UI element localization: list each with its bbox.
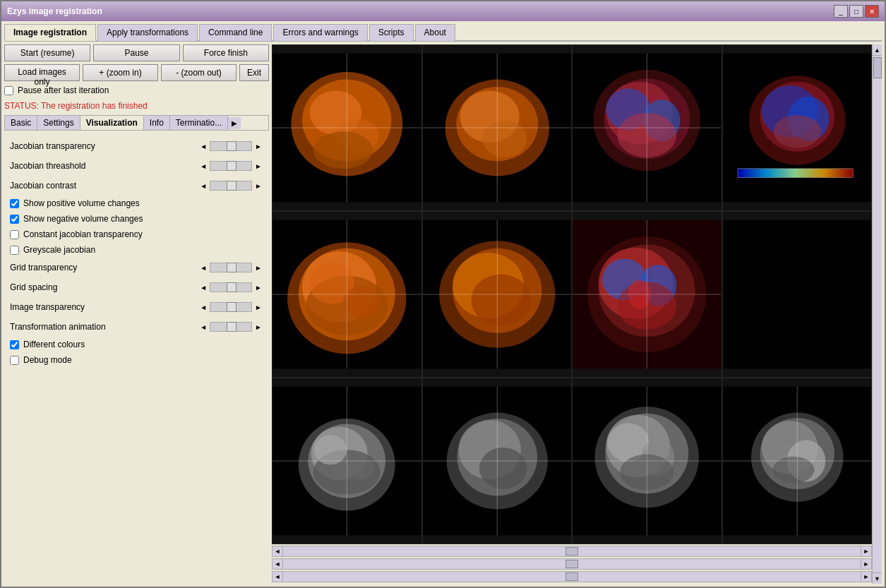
tab-image-registration[interactable]: Image registration: [4, 24, 96, 41]
jacobian-contrast-slider[interactable]: ◄ ►: [198, 181, 263, 191]
slider-right-arrow[interactable]: ►: [253, 302, 263, 313]
slider-left-arrow[interactable]: ◄: [198, 282, 208, 293]
slider-left-arrow[interactable]: ◄: [198, 181, 208, 191]
hscroll-left-1[interactable]: ◄: [272, 546, 283, 557]
slider-thumb[interactable]: [227, 161, 237, 171]
brain-cell-4: [722, 44, 873, 211]
tab-command-line[interactable]: Command line: [199, 24, 272, 41]
grid-transparency-slider[interactable]: ◄ ►: [198, 263, 263, 273]
zoom-in-button[interactable]: + (zoom in): [83, 64, 158, 81]
slider-thumb[interactable]: [227, 141, 237, 151]
jacobian-threshold-slider[interactable]: ◄ ►: [198, 161, 263, 172]
window-body: Image registration Apply transformations…: [1, 21, 885, 587]
slider-track[interactable]: [210, 141, 252, 151]
start-resume-button[interactable]: Start (resume): [4, 44, 90, 61]
slider-track[interactable]: [210, 322, 252, 332]
hscroll-track-2[interactable]: [283, 558, 861, 570]
hscroll-right-3[interactable]: ►: [861, 571, 872, 582]
slider-track[interactable]: [210, 282, 252, 292]
slider-track[interactable]: [210, 181, 252, 191]
slider-left-arrow[interactable]: ◄: [198, 161, 208, 172]
hscroll-left-2[interactable]: ◄: [272, 558, 283, 570]
constant-jacobian-checkbox[interactable]: [10, 230, 19, 239]
vscroll-thumb[interactable]: [873, 57, 882, 78]
slider-left-arrow[interactable]: ◄: [198, 141, 208, 152]
sub-tab-termination[interactable]: Terminatio...: [170, 116, 228, 130]
hscroll-right-1[interactable]: ►: [861, 546, 872, 557]
sub-tab-basic[interactable]: Basic: [5, 116, 37, 130]
show-positive-checkbox[interactable]: [10, 199, 19, 208]
load-images-button[interactable]: Load images only: [4, 64, 80, 81]
slider-left-arrow[interactable]: ◄: [198, 263, 208, 273]
slider-right-arrow[interactable]: ►: [253, 141, 263, 152]
exit-button[interactable]: Exit: [239, 64, 269, 81]
pause-button[interactable]: Pause: [93, 44, 179, 61]
greyscale-jacobian-checkbox[interactable]: [10, 246, 19, 255]
slider-track[interactable]: [210, 161, 252, 171]
constant-jacobian-label: Constant jacobian transparency: [23, 229, 143, 239]
sub-tab-info[interactable]: Info: [144, 116, 170, 130]
vertical-scrollbar[interactable]: ▲ ▼: [872, 44, 882, 584]
slider-thumb[interactable]: [227, 181, 237, 191]
tab-about[interactable]: About: [415, 24, 455, 41]
vscroll-down-arrow[interactable]: ▼: [873, 572, 882, 584]
tab-errors-warnings[interactable]: Errors and warnings: [273, 24, 367, 41]
slider-track[interactable]: [210, 263, 252, 272]
image-transparency-row: Image transparency ◄ ►: [4, 297, 269, 317]
slider-thumb[interactable]: [227, 302, 237, 312]
slider-left-arrow[interactable]: ◄: [198, 302, 208, 313]
show-negative-checkbox[interactable]: [10, 215, 19, 224]
transformation-animation-slider[interactable]: ◄ ►: [198, 322, 263, 332]
slider-thumb[interactable]: [227, 322, 237, 332]
hscroll-track-1[interactable]: [283, 546, 861, 557]
pause-after-row: Pause after last iteration: [4, 84, 269, 97]
debug-mode-label: Debug mode: [23, 355, 72, 365]
debug-mode-checkbox[interactable]: [10, 356, 19, 365]
show-negative-label: Show negative volume changes: [23, 214, 143, 224]
slider-left-arrow[interactable]: ◄: [198, 322, 208, 332]
maximize-button[interactable]: □: [849, 5, 863, 18]
close-button[interactable]: ✕: [865, 5, 879, 18]
tab-scripts[interactable]: Scripts: [369, 24, 414, 41]
brain-cell-9: [272, 378, 422, 544]
pause-after-label: Pause after last iteration: [18, 85, 109, 95]
greyscale-jacobian-label: Greyscale jacobian: [23, 245, 95, 255]
slider-thumb[interactable]: [227, 263, 237, 272]
different-colours-checkbox[interactable]: [10, 340, 19, 349]
bottom-scrollbars: ◄ ► ◄ ►: [272, 544, 872, 584]
jacobian-threshold-label: Jacobian threashold: [10, 161, 193, 171]
slider-right-arrow[interactable]: ►: [253, 181, 263, 191]
tab-apply-transformations[interactable]: Apply transformations: [97, 24, 198, 41]
grid-spacing-slider[interactable]: ◄ ►: [198, 282, 263, 293]
minimize-button[interactable]: _: [834, 5, 848, 18]
sub-tab-scroll-arrow[interactable]: ▶: [228, 117, 241, 129]
content-area: Start (resume) Pause Force finish Load i…: [4, 44, 882, 584]
brain-cell-1: [272, 44, 422, 211]
slider-right-arrow[interactable]: ►: [253, 263, 263, 273]
hscroll-right-2[interactable]: ►: [861, 558, 872, 570]
title-bar: Ezys image registration _ □ ✕: [1, 1, 885, 21]
force-finish-button[interactable]: Force finish: [183, 44, 269, 61]
slider-right-arrow[interactable]: ►: [253, 282, 263, 293]
status-text: STATUS: The registration has finished: [4, 100, 269, 112]
hscroll-left-3[interactable]: ◄: [272, 571, 283, 582]
hscroll-track-3[interactable]: [283, 571, 861, 582]
jacobian-transparency-row: Jacobian transparency ◄ ►: [4, 136, 269, 156]
hscroll-row-1: ◄ ►: [272, 546, 872, 557]
pause-after-checkbox[interactable]: [4, 86, 13, 95]
slider-right-arrow[interactable]: ►: [253, 161, 263, 172]
hscroll-thumb-2[interactable]: [565, 560, 578, 568]
sub-tab-settings[interactable]: Settings: [37, 116, 80, 130]
slider-right-arrow[interactable]: ►: [253, 322, 263, 332]
hscroll-thumb-3[interactable]: [565, 572, 578, 581]
image-transparency-slider[interactable]: ◄ ►: [198, 302, 263, 313]
slider-thumb[interactable]: [227, 282, 237, 292]
window-controls: _ □ ✕: [834, 5, 879, 18]
zoom-out-button[interactable]: - (zoom out): [161, 64, 237, 81]
hscroll-thumb-1[interactable]: [565, 547, 578, 556]
svg-rect-57: [723, 220, 872, 369]
vscroll-up-arrow[interactable]: ▲: [873, 44, 882, 56]
sub-tab-visualization[interactable]: Visualization: [80, 116, 144, 130]
slider-track[interactable]: [210, 302, 252, 312]
jacobian-transparency-slider[interactable]: ◄ ►: [198, 141, 263, 152]
